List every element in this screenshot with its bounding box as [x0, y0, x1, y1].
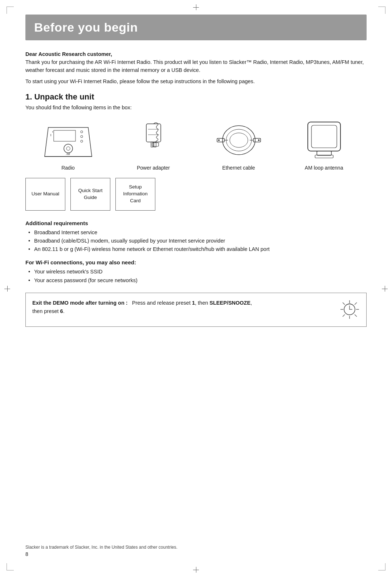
ethernet-illustration [215, 120, 262, 160]
intro-block: Dear Acoustic Research customer, Thank y… [25, 50, 367, 86]
req-item-3: An 802.11 b or g (Wi-Fi) wireless home n… [28, 245, 367, 253]
reg-mark-top [193, 4, 199, 10]
alarm-starburst-icon [340, 300, 360, 320]
demo-preset-6: 6 [60, 308, 63, 314]
doc-setup-info: SetupInformationCard [115, 178, 155, 211]
svg-rect-26 [308, 122, 340, 151]
power-adapter-label: Power adapter [137, 165, 170, 171]
item-power-adapter: Power adapter [111, 118, 196, 171]
footer: Slacker is a trademark of Slacker, Inc. … [25, 545, 367, 557]
radio-label: Radio [61, 165, 75, 171]
svg-rect-21 [218, 139, 220, 141]
page-title: Before you begin [34, 20, 358, 34]
demo-box: Exit the DEMO mode after turning on : Pr… [25, 293, 367, 327]
intro-paragraph1: Thank you for purchasing the AR Wi-Fi In… [25, 59, 364, 73]
doc-quick-start-label: Quick StartGuide [78, 187, 103, 201]
ethernet-image [215, 118, 262, 162]
item-radio: AR Radio [25, 118, 111, 171]
docs-row: User Manual Quick StartGuide SetupInform… [25, 178, 367, 211]
intro-paragraph2: To start using your Wi-Fi Internet Radio… [25, 78, 367, 86]
demo-icon-area [340, 300, 360, 321]
req-item-2: Broadband (cable/DSL) modem, usually sup… [28, 237, 367, 245]
corner-mark-bottom-left [7, 563, 14, 570]
ethernet-label: Ethernet cable [222, 165, 255, 171]
items-row: AR Radio [25, 118, 367, 171]
power-adapter-illustration [135, 120, 172, 160]
req-item-1: Broadband Internet service [28, 228, 367, 237]
doc-quick-start: Quick StartGuide [70, 178, 110, 211]
doc-user-manual-label: User Manual [32, 191, 60, 198]
greeting-paragraph: Dear Acoustic Research customer, Thank y… [25, 50, 367, 74]
requirements-section: Additional requirements Broadband Intern… [25, 220, 367, 285]
svg-line-35 [355, 314, 357, 317]
svg-point-19 [230, 133, 248, 147]
svg-rect-23 [258, 139, 260, 141]
doc-setup-info-label: SetupInformationCard [123, 184, 148, 204]
svg-rect-11 [146, 124, 161, 142]
reg-mark-bottom [193, 567, 199, 573]
item-antenna: AM loop antenna [281, 118, 367, 171]
power-adapter-image [130, 118, 177, 162]
svg-rect-27 [311, 125, 337, 148]
svg-point-4 [81, 140, 83, 142]
title-banner: Before you begin [25, 15, 367, 40]
corner-mark-top-right [378, 7, 385, 14]
demo-sleep-snooze: SLEEP/SNOOZE [209, 300, 250, 306]
svg-point-8 [66, 147, 70, 150]
reg-mark-left [4, 286, 10, 292]
demo-text-block: Exit the DEMO mode after turning on : Pr… [32, 299, 334, 316]
svg-line-34 [343, 302, 345, 305]
unpack-subtext: You should find the following items in t… [25, 104, 367, 112]
item-ethernet: Ethernet cable [196, 118, 281, 171]
demo-text: Exit the DEMO mode after turning on : Pr… [32, 300, 252, 314]
unpack-section: 1. Unpack the unit You should find the f… [25, 92, 367, 211]
requirements-list: Broadband Internet service Broadband (ca… [28, 228, 367, 254]
wifi-req-item-1: Your wireless network's SSID [28, 268, 367, 276]
doc-user-manual: User Manual [25, 178, 65, 211]
antenna-image [301, 118, 348, 162]
svg-line-36 [355, 302, 357, 305]
unpack-heading: 1. Unpack the unit [25, 92, 367, 102]
wifi-req-heading: For Wi-Fi connections, you may also need… [25, 259, 367, 265]
svg-rect-1 [54, 130, 75, 141]
svg-point-7 [64, 144, 73, 153]
greeting-bold: Dear Acoustic Research customer, [25, 51, 112, 57]
corner-mark-bottom-right [378, 563, 385, 570]
demo-label-exit: Exit the DEMO mode after turning on : [32, 300, 128, 306]
page-container: Before you begin Dear Acoustic Research … [0, 0, 392, 577]
radio-illustration: AR [45, 120, 92, 160]
svg-point-2 [81, 131, 83, 133]
wifi-req-item-2: Your access password (for secure network… [28, 276, 367, 285]
demo-preset-1: 1 [192, 300, 195, 306]
svg-text:AR: AR [66, 152, 70, 156]
antenna-label: AM loop antenna [305, 165, 343, 171]
wifi-requirements-list: Your wireless network's SSID Your access… [28, 268, 367, 284]
radio-image: AR [45, 118, 92, 162]
svg-line-37 [343, 314, 345, 317]
trademark-text: Slacker is a trademark of Slacker, Inc. … [25, 545, 367, 550]
svg-rect-28 [317, 151, 331, 155]
additional-req-heading: Additional requirements [25, 220, 367, 226]
reg-mark-right [382, 286, 388, 292]
svg-point-3 [81, 135, 83, 138]
page-number: 8 [25, 551, 367, 557]
corner-mark-top-left [7, 7, 14, 14]
antenna-illustration [302, 120, 346, 160]
